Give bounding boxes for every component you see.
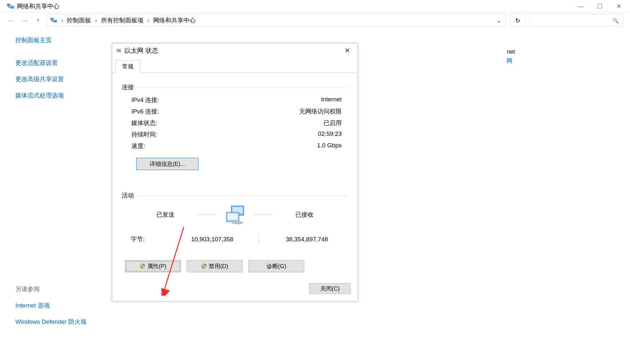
sidebar: 控制面板主页 更改适配器设置 更改高级共享设置 媒体流式处理选项 另请参阅 In… <box>0 28 112 364</box>
ipv6-label: IPv6 连接 <box>131 107 208 116</box>
shield-icon <box>140 263 145 269</box>
section-connection-label: 连接 <box>122 83 134 91</box>
address-dropdown-icon[interactable]: ⌄ <box>495 18 503 24</box>
close-dialog-button[interactable]: 关闭(C) <box>309 283 351 294</box>
tab-strip: 常规 <box>112 58 358 73</box>
media-state-value: 已启用 <box>208 119 348 127</box>
divider <box>253 214 273 215</box>
network-center-icon <box>50 17 57 24</box>
ipv4-value: Internet <box>208 96 348 104</box>
sent-label: 已发送 <box>140 211 191 219</box>
up-button[interactable]: ↑ <box>33 18 43 23</box>
sidebar-link-adapter-settings[interactable]: 更改适配器设置 <box>15 59 112 67</box>
dialog-close-button[interactable]: ✕ <box>341 47 354 54</box>
see-also-heading: 另请参阅 <box>15 285 112 293</box>
properties-button-label: 属性(P) <box>147 262 167 270</box>
sidebar-link-advanced-sharing[interactable]: 更改高级共享设置 <box>15 75 112 83</box>
ipv6-value: 无网络访问权限 <box>208 107 348 116</box>
svg-rect-5 <box>118 50 120 51</box>
sidebar-link-internet-options[interactable]: Internet 选项 <box>15 301 112 310</box>
window-title: 网络和共享中心 <box>17 2 571 11</box>
bytes-sent-value: 10,903,107,358 <box>175 236 249 243</box>
back-button[interactable]: ← <box>6 17 16 24</box>
duration-label: 持续时间 <box>131 130 208 139</box>
bytes-received-value: 38,354,897,748 <box>269 236 345 243</box>
divider <box>259 234 259 245</box>
divider <box>138 87 348 88</box>
search-box[interactable]: 🔍 <box>529 14 624 27</box>
tab-general[interactable]: 常规 <box>115 60 140 73</box>
details-button[interactable]: 详细信息(E)... <box>136 158 198 170</box>
svg-rect-9 <box>228 213 238 220</box>
breadcrumb-item[interactable]: 所有控制面板项 <box>101 16 144 25</box>
svg-rect-1 <box>11 6 14 8</box>
minimize-button[interactable]: — <box>571 0 590 13</box>
peek-text-net: net <box>507 49 515 55</box>
breadcrumb-item[interactable]: 控制面板 <box>67 16 91 25</box>
dialog-titlebar: 以太网 状态 ✕ <box>112 43 358 58</box>
ipv4-label: IPv4 连接 <box>131 96 208 104</box>
address-bar[interactable]: › 控制面板 › 所有控制面板项 › 网络和共享中心 ⌄ <box>47 14 506 27</box>
speed-value: 1.0 Gbps <box>208 142 348 150</box>
breadcrumb-sep: › <box>95 17 97 24</box>
peek-link-net[interactable]: 网 <box>507 57 512 65</box>
breadcrumb-sep: › <box>61 17 63 24</box>
section-activity-label: 活动 <box>122 191 134 200</box>
svg-rect-0 <box>7 4 10 6</box>
divider <box>138 196 348 196</box>
titlebar: 网络和共享中心 — ☐ ✕ <box>0 0 630 13</box>
svg-point-10 <box>232 221 243 224</box>
network-center-icon <box>7 3 14 10</box>
forward-button[interactable]: → <box>20 17 29 24</box>
nav-row: ← → ↑ › 控制面板 › 所有控制面板项 › 网络和共享中心 ⌄ ↻ 🔍 <box>0 13 630 28</box>
close-button[interactable]: ✕ <box>609 0 628 13</box>
speed-label: 速度 <box>131 142 208 150</box>
disable-button[interactable]: 禁用(D) <box>187 260 243 272</box>
network-activity-icon <box>223 204 247 225</box>
ethernet-icon <box>116 48 122 53</box>
properties-button[interactable]: 属性(P) <box>125 260 181 272</box>
received-label: 已接收 <box>279 211 330 219</box>
shield-icon <box>201 263 207 269</box>
refresh-button[interactable]: ↻ <box>510 14 525 27</box>
diagnose-button[interactable]: 诊断(G) <box>248 260 304 272</box>
sidebar-link-media-streaming[interactable]: 媒体流式处理选项 <box>15 91 112 100</box>
breadcrumb-sep: › <box>147 17 149 24</box>
bytes-label: 字节 <box>131 235 175 244</box>
duration-value: 02:59:23 <box>208 130 348 139</box>
media-state-label: 媒体状态 <box>131 119 208 127</box>
sidebar-link-defender-firewall[interactable]: Windows Defender 防火墙 <box>15 318 112 326</box>
maximize-button[interactable]: ☐ <box>590 0 609 13</box>
breadcrumb-item[interactable]: 网络和共享中心 <box>153 16 196 25</box>
disable-button-label: 禁用(D) <box>209 262 228 270</box>
ethernet-status-dialog: 以太网 状态 ✕ 常规 连接 IPv4 连接Internet IPv6 连接无网… <box>112 43 358 301</box>
svg-rect-3 <box>54 20 57 22</box>
divider <box>198 214 217 215</box>
svg-rect-2 <box>51 18 53 20</box>
sidebar-home-link[interactable]: 控制面板主页 <box>15 36 112 44</box>
search-icon: 🔍 <box>612 18 619 24</box>
dialog-title: 以太网 状态 <box>124 46 341 55</box>
